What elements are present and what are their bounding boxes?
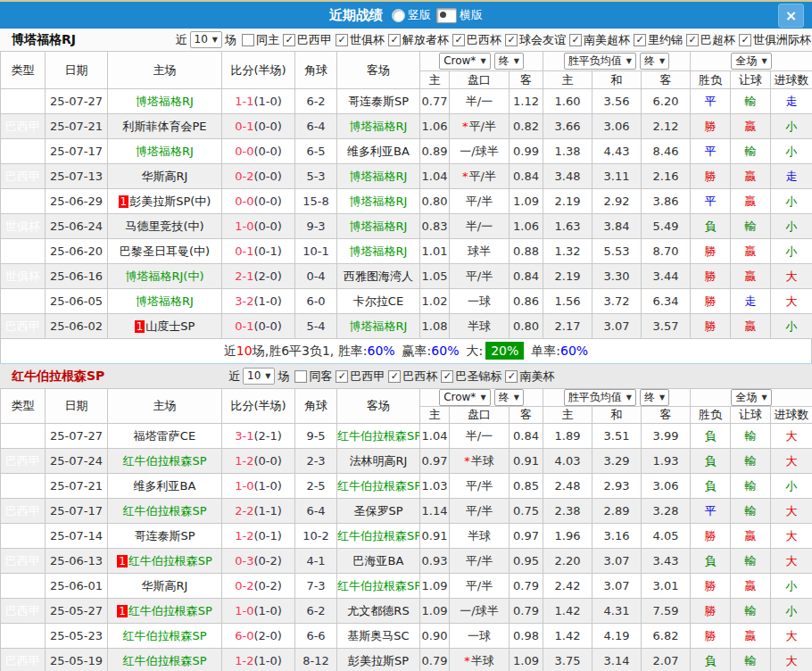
- match-count-select[interactable]: 10▼: [190, 31, 222, 48]
- league-filter[interactable]: ✓世俱杯: [333, 32, 385, 48]
- checkbox-checked-icon[interactable]: ✓: [388, 370, 401, 383]
- layout-vertical-label[interactable]: 竖版: [408, 7, 431, 23]
- match-row: 巴西甲25-06-021山度士SP0-1(0-0)5-4博塔福格RJ1.08半球…: [1, 314, 812, 339]
- euro-home-odds-cell: 1.89: [543, 424, 592, 449]
- home-team-cell: 1彭美拉斯SP(中): [108, 189, 222, 214]
- away-team-cell: 巴海亚BA: [337, 549, 420, 574]
- corner-cell: 9-3: [295, 214, 337, 239]
- score-cell: 1-2(0-0): [222, 449, 295, 474]
- checkbox-checked-icon[interactable]: ✓: [505, 370, 518, 383]
- layout-vertical-radio[interactable]: [392, 9, 405, 22]
- league-filter[interactable]: ✓解放者杯: [385, 32, 449, 48]
- asia-away-odds-cell: 0.79: [510, 574, 543, 599]
- euro-home-odds-cell: 1.96: [543, 524, 592, 549]
- match-count-select[interactable]: 10▼: [243, 368, 275, 385]
- league-filter[interactable]: ✓巴西杯: [450, 32, 501, 48]
- date-cell: 25-06-20: [46, 239, 108, 264]
- checkbox-checked-icon[interactable]: ✓: [388, 34, 401, 46]
- away-team-cell: 博塔福格RJ: [337, 164, 420, 189]
- col-corner: 角球: [295, 52, 337, 89]
- league-filter[interactable]: ✓巴西杯: [385, 369, 437, 385]
- date-cell: 25-07-13: [46, 164, 108, 189]
- result-handicap-cell: 輸: [731, 549, 771, 574]
- league-filter[interactable]: ✓球会友谊: [502, 32, 566, 48]
- league-filter[interactable]: ✓巴超杯: [684, 32, 735, 48]
- checkbox-checked-icon[interactable]: ✓: [283, 34, 295, 46]
- home-team-cell: 博塔福格RJ: [108, 89, 222, 114]
- checkbox-checked-icon[interactable]: ✓: [336, 370, 348, 383]
- home-team-cell: 华斯高RJ: [108, 164, 222, 189]
- corner-cell: 6-2: [295, 599, 337, 624]
- checkbox-unchecked-icon[interactable]: [242, 34, 254, 46]
- league-type-cell: 巴西杯: [1, 624, 46, 649]
- result-winlose-cell: 勝: [691, 114, 731, 139]
- league-filter[interactable]: ✓巴西甲: [280, 32, 332, 48]
- asia-away-odds-cell: 0.82: [510, 114, 543, 139]
- league-type-cell: 巴西甲: [1, 289, 46, 314]
- league-filter[interactable]: ✓里约锦: [631, 32, 683, 48]
- asia-handicap-cell: *平/半: [450, 164, 510, 189]
- result-handicap-cell: 輸: [731, 649, 771, 671]
- checkbox-checked-icon[interactable]: ✓: [336, 34, 348, 46]
- euro-final-select[interactable]: 终▼: [640, 389, 669, 406]
- corner-cell: 7-3: [295, 574, 337, 599]
- score-cell: 0-1(0-0): [222, 114, 295, 139]
- match-row: 巴西甲25-07-13华斯高RJ0-2(0-0)5-3博塔福格RJ1.04*平/…: [1, 164, 812, 189]
- euro-odds-select[interactable]: 胜平负均值▼: [564, 389, 636, 406]
- asia-handicap-cell: 平/半: [450, 474, 510, 499]
- checkbox-checked-icon[interactable]: ✓: [441, 370, 453, 383]
- league-filter-label: 球会友谊: [519, 32, 566, 48]
- league-filter[interactable]: ✓巴西甲: [333, 369, 385, 385]
- col-type: 类型: [1, 389, 46, 424]
- league-filter[interactable]: ✓南美杯: [502, 369, 554, 385]
- checkbox-checked-icon[interactable]: ✓: [634, 34, 646, 46]
- result-winlose-cell: 勝: [691, 624, 731, 649]
- asia-home-odds-cell: 1.06: [420, 114, 450, 139]
- league-filter-label: 南美超杯: [584, 32, 630, 48]
- checkbox-checked-icon[interactable]: ✓: [505, 34, 518, 46]
- euro-draw-odds-cell: 3.07: [592, 314, 642, 339]
- chevron-down-icon: ▼: [761, 54, 766, 68]
- date-cell: 25-05-27: [46, 599, 108, 624]
- checkbox-checked-icon[interactable]: ✓: [686, 34, 699, 46]
- league-filter[interactable]: ✓南美超杯: [567, 32, 630, 48]
- euro-away-odds-cell: 8.46: [642, 139, 691, 164]
- score-cell: 0-2(0-0): [222, 164, 295, 189]
- same-venue-filter[interactable]: 同客: [292, 369, 332, 385]
- checkbox-checked-icon[interactable]: ✓: [569, 34, 582, 46]
- checkbox-unchecked-icon[interactable]: [294, 370, 307, 383]
- checkbox-checked-icon[interactable]: ✓: [452, 34, 465, 46]
- euro-away-odds-cell: 6.34: [642, 289, 691, 314]
- asia-final-select[interactable]: 终▼: [494, 53, 524, 70]
- col-away: 客场: [337, 389, 420, 424]
- same-venue-filter[interactable]: 同主: [239, 32, 279, 48]
- odds-company-select[interactable]: Crow*▼: [439, 389, 490, 406]
- result-winlose-cell: 負: [691, 549, 731, 574]
- league-filter[interactable]: ✓世俱洲际杯: [736, 32, 811, 48]
- asia-home-odds-cell: 1.01: [420, 239, 450, 264]
- close-button[interactable]: ×: [778, 4, 804, 28]
- euro-final-select[interactable]: 终▼: [640, 53, 669, 70]
- asia-home-odds-cell: 0.80: [420, 189, 450, 214]
- away-team-cell: 尤文都德RS: [337, 599, 420, 624]
- league-filter[interactable]: ✓巴圣锦标: [438, 369, 501, 385]
- filter-bar: 近 10▼ 场 同客 ✓巴西甲✓巴西杯✓巴圣锦标✓南美杯: [226, 368, 555, 385]
- asia-away-odds-cell: 1.12: [510, 89, 543, 114]
- near-label: 近: [176, 32, 187, 48]
- asia-handicap-cell: 一/球半: [450, 599, 510, 624]
- odds-company-select[interactable]: Crow*▼: [439, 53, 490, 70]
- scope-select[interactable]: 全场▼: [731, 53, 771, 70]
- asia-final-select[interactable]: 终▼: [494, 389, 524, 406]
- layout-horizontal-radio[interactable]: [436, 8, 457, 23]
- league-type-cell: 巴西甲: [1, 499, 46, 524]
- euro-odds-select[interactable]: 胜平负均值▼: [564, 53, 636, 70]
- league-type-cell: 巴西甲: [1, 449, 46, 474]
- layout-horizontal-label[interactable]: 横版: [460, 7, 483, 23]
- team-name: 博塔福格RJ: [0, 32, 173, 48]
- euro-draw-odds-cell: 3.84: [592, 214, 642, 239]
- scope-select[interactable]: 全场▼: [731, 389, 771, 406]
- asia-away-odds-cell: 0.86: [510, 289, 543, 314]
- corner-cell: 5-3: [295, 164, 337, 189]
- filter-bar: 近 10▼ 场 同主 ✓巴西甲✓世俱杯✓解放者杯✓巴西杯✓球会友谊✓南美超杯✓里…: [173, 31, 812, 48]
- checkbox-checked-icon[interactable]: ✓: [739, 34, 751, 46]
